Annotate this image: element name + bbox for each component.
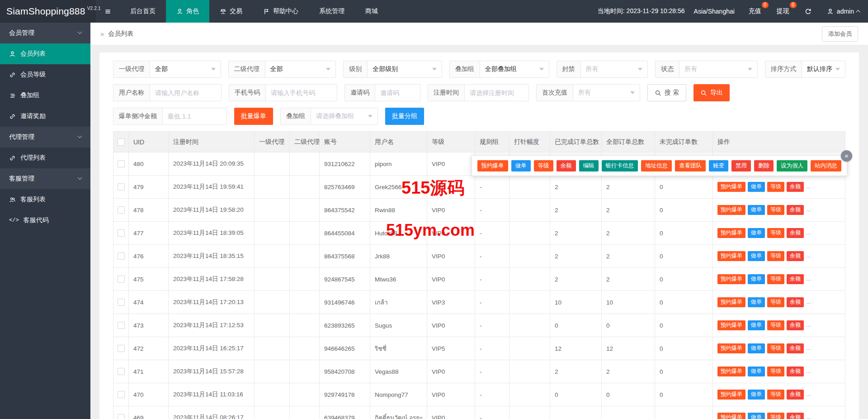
row-action-button[interactable]: 等级 [767, 367, 784, 376]
popup-action-button[interactable]: 编辑 [579, 160, 599, 171]
popup-action-button[interactable]: 禁用 [731, 160, 751, 171]
row-action-button[interactable]: 预约爆单 [717, 320, 745, 330]
row-checkbox[interactable] [118, 206, 125, 214]
row-action-button[interactable]: 预约爆单 [717, 343, 745, 353]
sidebar-section-agent-mgmt[interactable]: 代理管理 [0, 127, 90, 148]
nav-item-trade[interactable]: 交易 [209, 0, 253, 23]
popup-action-button[interactable]: 预约爆单 [477, 160, 508, 171]
sidebar-item-member-list[interactable]: 会员列表 [0, 43, 90, 64]
batch-burst-button[interactable]: 批量爆单 [234, 108, 273, 125]
row-action-button[interactable]: 预约爆单 [717, 413, 745, 419]
row-action-button[interactable]: 等级 [767, 182, 784, 191]
filter-agent1-select[interactable]: 一级代理 全部 [113, 61, 221, 78]
row-checkbox[interactable] [118, 368, 125, 375]
filter-level-select[interactable]: 级别 全部级别 [343, 61, 442, 78]
row-action-button[interactable]: 预约爆单 [717, 367, 745, 376]
row-action-button[interactable]: 做单 [748, 367, 765, 376]
nav-item-roles[interactable]: 角色 [166, 0, 209, 23]
row-checkbox[interactable] [118, 252, 125, 260]
row-action-button[interactable]: 余额 [787, 182, 804, 191]
row-action-button[interactable]: 做单 [748, 274, 765, 284]
invite-code-input[interactable] [375, 89, 420, 96]
row-action-button[interactable]: 预约爆单 [717, 274, 745, 284]
row-action-button[interactable]: 做单 [748, 228, 765, 238]
sidebar-toggle-icon[interactable] [96, 0, 120, 23]
row-checkbox[interactable] [118, 183, 125, 190]
popup-action-button[interactable]: 等级 [534, 160, 553, 171]
popup-action-button[interactable]: 银行卡信息 [602, 160, 638, 171]
filter-agent2-select[interactable]: 二级代理 全部 [228, 61, 336, 78]
row-action-button[interactable]: 余额 [787, 343, 804, 353]
filter-sort-select[interactable]: 排序方式 默认排序 [765, 61, 845, 78]
row-action-button[interactable]: 等级 [767, 413, 784, 419]
row-action-button[interactable]: 做单 [748, 205, 765, 214]
burst-amount-input[interactable] [163, 113, 226, 120]
popup-action-button[interactable]: 地址信息 [641, 160, 672, 171]
row-action-button[interactable]: 做单 [748, 390, 765, 399]
sidebar-item-service-code[interactable]: </> 客服代码 [0, 210, 90, 231]
sidebar-item-member-level[interactable]: 会员等级 [0, 64, 90, 85]
row-action-button[interactable]: 预约爆单 [717, 251, 745, 261]
recharge-button[interactable]: 充值 0 [741, 0, 769, 23]
row-action-button[interactable]: 等级 [767, 343, 784, 353]
row-action-button[interactable]: 等级 [767, 228, 784, 238]
popup-action-button[interactable]: 站内消息 [811, 160, 841, 171]
nav-item-dashboard[interactable]: 后台首页 [120, 0, 166, 23]
row-more-actions[interactable]: ... [806, 390, 811, 397]
nav-item-system[interactable]: 系统管理 [309, 0, 355, 23]
nav-item-help-center[interactable]: 帮助中心 [253, 0, 309, 23]
batch-group-button[interactable]: 批量分组 [385, 108, 424, 125]
batch-group-select[interactable]: 叠加组 请选择叠加组 [280, 108, 378, 125]
row-action-button[interactable]: 做单 [748, 251, 765, 261]
row-action-button[interactable]: 做单 [748, 320, 765, 330]
sidebar-item-invite-reward[interactable]: 邀请奖励 [0, 106, 90, 127]
row-checkbox[interactable] [118, 276, 125, 283]
username-input[interactable] [150, 89, 221, 96]
row-more-actions[interactable]: ... [806, 367, 811, 374]
row-action-button[interactable]: 等级 [767, 274, 784, 284]
popup-action-button[interactable]: 账变 [709, 160, 728, 171]
sidebar-section-service-mgmt[interactable]: 客服管理 [0, 168, 90, 189]
popup-action-button[interactable]: 查看团队 [675, 160, 706, 171]
row-action-button[interactable]: 余额 [787, 251, 804, 261]
row-checkbox[interactable] [118, 299, 125, 306]
search-button[interactable]: 搜 索 [647, 84, 686, 101]
close-icon[interactable]: × [841, 150, 852, 162]
row-action-button[interactable]: 余额 [787, 205, 804, 214]
first-recharge-select[interactable]: 首次充值 所有 [536, 84, 640, 101]
add-member-button[interactable]: 添加会员 [822, 26, 858, 42]
row-checkbox[interactable] [118, 391, 125, 398]
row-action-button[interactable]: 预约爆单 [717, 182, 745, 191]
refresh-button[interactable] [797, 0, 819, 23]
nav-item-mall[interactable]: 商城 [355, 0, 388, 23]
row-action-button[interactable]: 余额 [787, 413, 804, 419]
select-all-checkbox[interactable] [118, 138, 125, 146]
row-checkbox[interactable] [118, 414, 125, 419]
phone-input[interactable] [266, 89, 337, 96]
row-action-button[interactable]: 预约爆单 [717, 297, 745, 307]
row-more-actions[interactable]: ... [806, 344, 811, 351]
row-action-button[interactable]: 做单 [748, 413, 765, 419]
row-checkbox[interactable] [118, 322, 125, 329]
register-time-input[interactable] [465, 89, 528, 96]
row-action-button[interactable]: 预约爆单 [717, 228, 745, 238]
row-action-button[interactable]: 等级 [767, 390, 784, 399]
popup-action-button[interactable]: 做单 [511, 160, 531, 171]
filter-status-select[interactable]: 状态 所有 [655, 61, 758, 78]
row-action-button[interactable]: 余额 [787, 274, 804, 284]
sidebar-item-stack-group[interactable]: 叠加组 [0, 85, 90, 106]
sidebar-item-agent-list[interactable]: 代理列表 [0, 148, 90, 168]
row-action-button[interactable]: 余额 [787, 228, 804, 238]
row-more-actions[interactable]: ... [806, 298, 811, 305]
user-menu[interactable]: admin [819, 0, 868, 23]
row-checkbox[interactable] [118, 345, 125, 352]
row-action-button[interactable]: 余额 [787, 390, 804, 399]
row-more-actions[interactable]: ... [806, 321, 811, 328]
row-more-actions[interactable]: ... [806, 183, 811, 190]
row-more-actions[interactable]: ... [806, 414, 811, 419]
row-action-button[interactable]: 预约爆单 [717, 205, 745, 214]
export-button[interactable]: 导出 [693, 84, 730, 101]
row-action-button[interactable]: 做单 [748, 182, 765, 191]
filter-ban-select[interactable]: 封禁 所有 [557, 61, 648, 78]
row-more-actions[interactable]: ... [806, 275, 811, 282]
